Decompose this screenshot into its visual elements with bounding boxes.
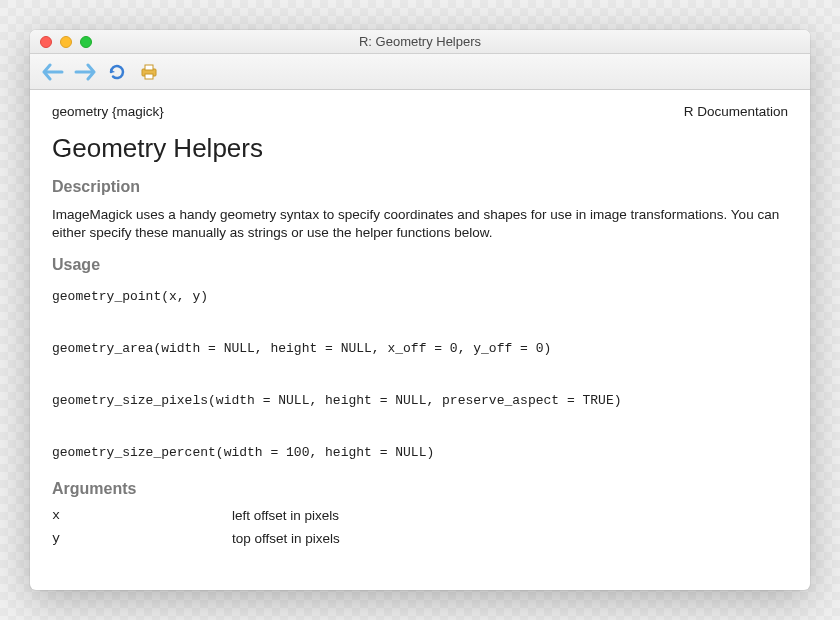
traffic-lights <box>40 36 92 48</box>
print-button[interactable] <box>134 59 164 85</box>
argument-desc: left offset in pixels <box>232 508 339 523</box>
doc-type: R Documentation <box>684 104 788 119</box>
section-usage-heading: Usage <box>52 256 788 274</box>
argument-desc: top offset in pixels <box>232 531 340 546</box>
zoom-button[interactable] <box>80 36 92 48</box>
minimize-button[interactable] <box>60 36 72 48</box>
arrow-left-icon <box>42 63 64 81</box>
back-button[interactable] <box>38 59 68 85</box>
description-text: ImageMagick uses a handy geometry syntax… <box>52 206 788 242</box>
svg-rect-1 <box>145 65 153 70</box>
window: R: Geometry Helpers <box>30 30 810 590</box>
refresh-button[interactable] <box>102 59 132 85</box>
close-button[interactable] <box>40 36 52 48</box>
argument-row: x left offset in pixels <box>52 508 788 523</box>
usage-code: geometry_point(x, y) geometry_area(width… <box>52 284 788 466</box>
content: geometry {magick} R Documentation Geomet… <box>30 90 810 590</box>
toolbar <box>30 54 810 90</box>
printer-icon <box>139 63 159 81</box>
window-title: R: Geometry Helpers <box>30 34 810 49</box>
forward-button[interactable] <box>70 59 100 85</box>
svg-rect-2 <box>145 74 153 79</box>
refresh-icon <box>107 62 127 82</box>
page-title: Geometry Helpers <box>52 133 788 164</box>
argument-name: x <box>52 508 192 523</box>
section-arguments-heading: Arguments <box>52 480 788 498</box>
titlebar: R: Geometry Helpers <box>30 30 810 54</box>
doc-header: geometry {magick} R Documentation <box>52 104 788 119</box>
argument-row: y top offset in pixels <box>52 531 788 546</box>
argument-name: y <box>52 531 192 546</box>
section-description-heading: Description <box>52 178 788 196</box>
arrow-right-icon <box>74 63 96 81</box>
topic-package: geometry {magick} <box>52 104 164 119</box>
